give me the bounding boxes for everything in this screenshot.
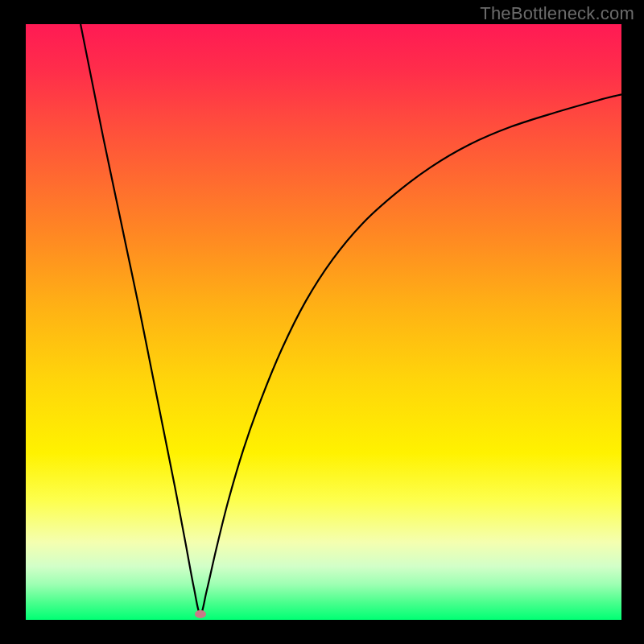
watermark-text: TheBottleneck.com xyxy=(480,3,634,24)
chart-frame: TheBottleneck.com xyxy=(0,0,644,644)
curve-svg xyxy=(26,24,621,620)
plot-area xyxy=(26,24,621,620)
minimum-marker xyxy=(195,610,206,618)
curve-path xyxy=(80,24,621,614)
